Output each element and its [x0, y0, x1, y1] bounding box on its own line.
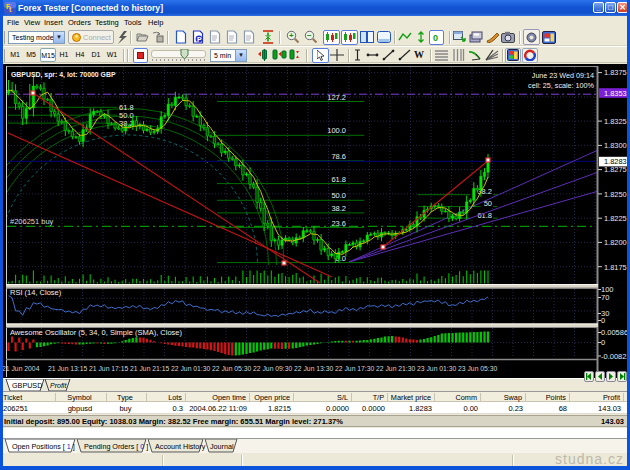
svg-text:1.8200: 1.8200: [604, 238, 627, 247]
svg-text:22 Jun 09:30: 22 Jun 09:30: [253, 365, 293, 372]
svg-text:GBPUSD, spr: 4, lot: 70000 GBP: GBPUSD, spr: 4, lot: 70000 GBP: [11, 71, 116, 79]
svg-text:0: 0: [601, 316, 605, 325]
svg-text:1.8375: 1.8375: [604, 68, 627, 77]
svg-text:#206251 buy: #206251 buy: [10, 217, 54, 226]
svg-text:1.8225: 1.8225: [604, 214, 627, 223]
svg-text:Journal: Journal: [210, 442, 234, 451]
svg-text:1.8300: 1.8300: [604, 141, 627, 150]
svg-text:+: +: [289, 31, 294, 40]
svg-text:0: 0: [433, 33, 438, 43]
svg-text:Account History: Account History: [155, 442, 206, 451]
svg-text:21 Jun 2004: 21 Jun 2004: [3, 365, 40, 372]
svg-text:22 Jun 05:30: 22 Jun 05:30: [212, 365, 252, 372]
svg-text:RSI (14, Close): RSI (14, Close): [10, 288, 62, 297]
svg-text:22 Jun 13:30: 22 Jun 13:30: [294, 365, 334, 372]
svg-text:61.8: 61.8: [331, 175, 346, 184]
svg-text:21 Jun 13:15: 21 Jun 13:15: [48, 365, 88, 372]
svg-text:1.8275: 1.8275: [604, 165, 627, 174]
svg-text:23 Jun 05:30: 23 Jun 05:30: [458, 365, 498, 372]
svg-text:38.2: 38.2: [331, 204, 346, 213]
svg-text:cell: 25, scale: 100%: cell: 25, scale: 100%: [528, 81, 595, 90]
svg-text:Open Positions [ 1 ]: Open Positions [ 1 ]: [12, 442, 75, 451]
svg-text:21 Jun 21:15: 21 Jun 21:15: [130, 365, 170, 372]
svg-text:22 Jun 01:30: 22 Jun 01:30: [171, 365, 211, 372]
svg-text:−: −: [307, 31, 312, 40]
svg-text:1.8353: 1.8353: [604, 89, 627, 98]
svg-text:1.8283: 1.8283: [604, 157, 627, 166]
svg-text:23 Jun 01:30: 23 Jun 01:30: [417, 365, 457, 372]
svg-text:50.0: 50.0: [331, 191, 346, 200]
svg-text:GBPUSD: GBPUSD: [12, 381, 42, 390]
svg-text:22 Jun 21:30: 22 Jun 21:30: [376, 365, 416, 372]
svg-text:-0.00822: -0.00822: [601, 352, 627, 361]
svg-text:Profit: Profit: [50, 382, 67, 389]
svg-text:0.00586: 0.00586: [601, 328, 627, 337]
svg-text:1.8250: 1.8250: [604, 190, 627, 199]
svg-text:Awesome Oscillator (5, 34, 0,: Awesome Oscillator (5, 34, 0, Simple (SM…: [10, 328, 183, 337]
svg-text:22 Jun 17:30: 22 Jun 17:30: [335, 365, 375, 372]
svg-text:78.6: 78.6: [331, 152, 346, 161]
svg-text:Pending Orders [ 0 ]: Pending Orders [ 0 ]: [84, 442, 148, 451]
svg-text:0.0: 0.0: [336, 254, 346, 263]
svg-text:1.8325: 1.8325: [604, 117, 627, 126]
svg-text:June 23 Wed 09:14: June 23 Wed 09:14: [532, 71, 594, 80]
svg-text:70: 70: [601, 293, 609, 302]
svg-text:P: P: [197, 36, 202, 43]
svg-text:1.8175: 1.8175: [604, 263, 627, 272]
svg-text:0: 0: [601, 338, 605, 347]
svg-text:21 Jun 17:15: 21 Jun 17:15: [89, 365, 129, 372]
svg-text:100.0: 100.0: [327, 126, 346, 135]
